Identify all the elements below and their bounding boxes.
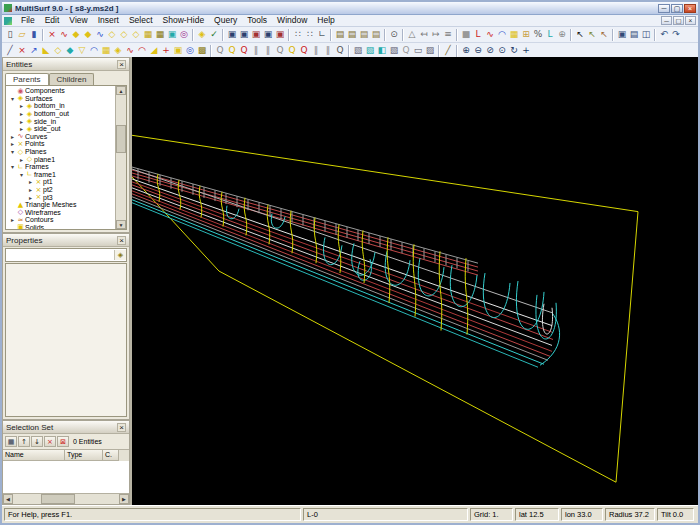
tree-item-frames[interactable]: ▾∟Frames bbox=[6, 163, 115, 171]
measure-right-button[interactable]: ↦ bbox=[430, 28, 442, 41]
column-header-type[interactable]: Type bbox=[65, 450, 103, 461]
display-grid-button[interactable]: ⊞ bbox=[520, 28, 532, 41]
show-lamp-button[interactable]: Q bbox=[214, 44, 226, 57]
tree-item-pt1[interactable]: ▸×pt1 bbox=[6, 178, 115, 186]
monitor-button[interactable]: ▭ bbox=[412, 44, 424, 57]
measure-list-button[interactable]: ≡ bbox=[442, 28, 454, 41]
insert-composite-button[interactable]: ◈ bbox=[196, 28, 208, 41]
tab-parents[interactable]: Parents bbox=[5, 73, 49, 85]
tree-item-pt2[interactable]: ▸×pt2 bbox=[6, 186, 115, 194]
view-4-button[interactable]: ▣ bbox=[262, 28, 274, 41]
selection-move-up-button[interactable]: ↑ bbox=[18, 436, 30, 447]
entity-solid-button[interactable]: ▣ bbox=[172, 44, 184, 57]
entity-diamond-button[interactable]: ◈ bbox=[112, 44, 124, 57]
maximize-button[interactable]: ▢ bbox=[671, 4, 683, 13]
close-button[interactable]: × bbox=[684, 4, 696, 13]
viewport-3d[interactable] bbox=[132, 57, 698, 505]
display-scale-button[interactable]: % bbox=[532, 28, 544, 41]
tab-children[interactable]: Children bbox=[49, 73, 95, 85]
menu-item-window[interactable]: Window bbox=[272, 15, 312, 26]
properties-name-field[interactable]: ◈ bbox=[5, 248, 127, 262]
tree-expand-icon[interactable]: ▾ bbox=[9, 148, 16, 155]
menu-item-file[interactable]: File bbox=[16, 15, 40, 26]
window-tile-h-button[interactable]: ▤ bbox=[628, 28, 640, 41]
scroll-right-icon[interactable]: ▶ bbox=[119, 494, 129, 504]
insert-mesh-button[interactable]: ▦ bbox=[142, 28, 154, 41]
hide-lamp-button[interactable]: Q bbox=[274, 44, 286, 57]
insert-point-button[interactable]: ◆ bbox=[70, 28, 82, 41]
select-mode-button[interactable]: ✓ bbox=[208, 28, 220, 41]
tree-item-solids[interactable]: ▣Solids bbox=[6, 224, 115, 230]
new-file-button[interactable]: ▯ bbox=[4, 28, 16, 41]
menu-item-edit[interactable]: Edit bbox=[40, 15, 65, 26]
menu-item-insert[interactable]: Insert bbox=[93, 15, 124, 26]
entity-arc2-button[interactable]: ◠ bbox=[136, 44, 148, 57]
tree-item-bottom-out[interactable]: ▸◈bottom_out bbox=[6, 110, 115, 118]
insert-surface3-button[interactable]: ◇ bbox=[130, 28, 142, 41]
query-magnifier-button[interactable]: ⊙ bbox=[388, 28, 400, 41]
menu-item-show-hide[interactable]: Show-Hide bbox=[158, 15, 210, 26]
select-arrow-button[interactable]: ↖ bbox=[574, 28, 586, 41]
entity-plus-button[interactable]: + bbox=[160, 44, 172, 57]
mdi-minimize-button[interactable]: ─ bbox=[661, 16, 672, 25]
entity-point-button[interactable]: ◆ bbox=[64, 44, 76, 57]
entity-k-button[interactable]: ╱ bbox=[4, 44, 16, 57]
tree-expand-icon[interactable]: ▾ bbox=[9, 95, 16, 102]
insert-magnet-button[interactable]: ◆ bbox=[82, 28, 94, 41]
mdi-close-button[interactable]: × bbox=[685, 16, 696, 25]
grid-dots2-button[interactable]: ∷ bbox=[304, 28, 316, 41]
grid-dots-button[interactable]: ∷ bbox=[292, 28, 304, 41]
menu-item-help[interactable]: Help bbox=[312, 15, 339, 26]
display-mesh-button[interactable]: ▦ bbox=[508, 28, 520, 41]
column-header-name[interactable]: Name bbox=[3, 450, 65, 461]
properties-field-icon[interactable]: ◈ bbox=[114, 250, 126, 260]
show-pair-button[interactable]: ‖ bbox=[250, 44, 262, 57]
open-file-button[interactable]: ▱ bbox=[16, 28, 28, 41]
select-fence-button[interactable]: ↖ bbox=[598, 28, 610, 41]
display-l2-button[interactable]: L bbox=[544, 28, 556, 41]
window-cascade-button[interactable]: ▣ bbox=[616, 28, 628, 41]
pan-view-button[interactable]: + bbox=[520, 44, 532, 57]
tree-expand-icon[interactable]: ▾ bbox=[18, 171, 25, 178]
selection-remove-button[interactable]: × bbox=[44, 436, 56, 447]
entity-tri-button[interactable]: ◣ bbox=[40, 44, 52, 57]
menu-item-view[interactable]: View bbox=[64, 15, 92, 26]
tree-expand-icon[interactable]: ▸ bbox=[18, 118, 25, 125]
hide-lamp-red-button[interactable]: Q bbox=[298, 44, 310, 57]
snap-angle-button[interactable]: ∟ bbox=[316, 28, 328, 41]
hide-pair-button[interactable]: ‖ bbox=[310, 44, 322, 57]
tree-item-surfaces[interactable]: ▾◈Surfaces bbox=[6, 95, 115, 103]
show-lamp-on-button[interactable]: Q bbox=[226, 44, 238, 57]
cube-outline-button[interactable]: ▧ bbox=[352, 44, 364, 57]
checker-button[interactable]: ▨ bbox=[424, 44, 436, 57]
entity-hatch-button[interactable]: ▩ bbox=[196, 44, 208, 57]
scroll-left-icon[interactable]: ◀ bbox=[3, 494, 13, 504]
insert-ring-button[interactable]: ◎ bbox=[178, 28, 190, 41]
clipboard-4-button[interactable]: ▤ bbox=[370, 28, 382, 41]
display-l-button[interactable]: L bbox=[472, 28, 484, 41]
tree-expand-icon[interactable]: ▸ bbox=[18, 102, 25, 109]
pen-button[interactable]: ╱ bbox=[442, 44, 454, 57]
entity-arrow-button[interactable]: ↗ bbox=[28, 44, 40, 57]
view-1-button[interactable]: ▣ bbox=[226, 28, 238, 41]
show-pair2-button[interactable]: ‖ bbox=[262, 44, 274, 57]
tree-expand-icon[interactable]: ▸ bbox=[27, 194, 34, 201]
minimize-button[interactable]: ─ bbox=[658, 4, 670, 13]
tree-expand-icon[interactable]: ▸ bbox=[27, 186, 34, 193]
tree-expand-icon[interactable]: ▸ bbox=[9, 133, 16, 140]
scroll-thumb[interactable] bbox=[116, 125, 126, 153]
hide-pair2-button[interactable]: ‖ bbox=[322, 44, 334, 57]
zoom-in-button[interactable]: ⊕ bbox=[460, 44, 472, 57]
entity-vee-button[interactable]: ▽ bbox=[76, 44, 88, 57]
save-file-button[interactable]: ▮ bbox=[28, 28, 40, 41]
zoom-fit-button[interactable]: ⊙ bbox=[496, 44, 508, 57]
tree-expand-icon[interactable]: ▸ bbox=[9, 140, 16, 147]
menu-item-tools[interactable]: Tools bbox=[242, 15, 272, 26]
clipboard-3-button[interactable]: ▤ bbox=[358, 28, 370, 41]
menu-item-select[interactable]: Select bbox=[124, 15, 158, 26]
entity-arc-button[interactable]: ◠ bbox=[88, 44, 100, 57]
selection-clear-button[interactable]: ⊠ bbox=[57, 436, 69, 447]
entity-ring-button[interactable]: ◎ bbox=[184, 44, 196, 57]
tree-item-planes[interactable]: ▾◇Planes bbox=[6, 148, 115, 156]
insert-solid-button[interactable]: ▣ bbox=[166, 28, 178, 41]
